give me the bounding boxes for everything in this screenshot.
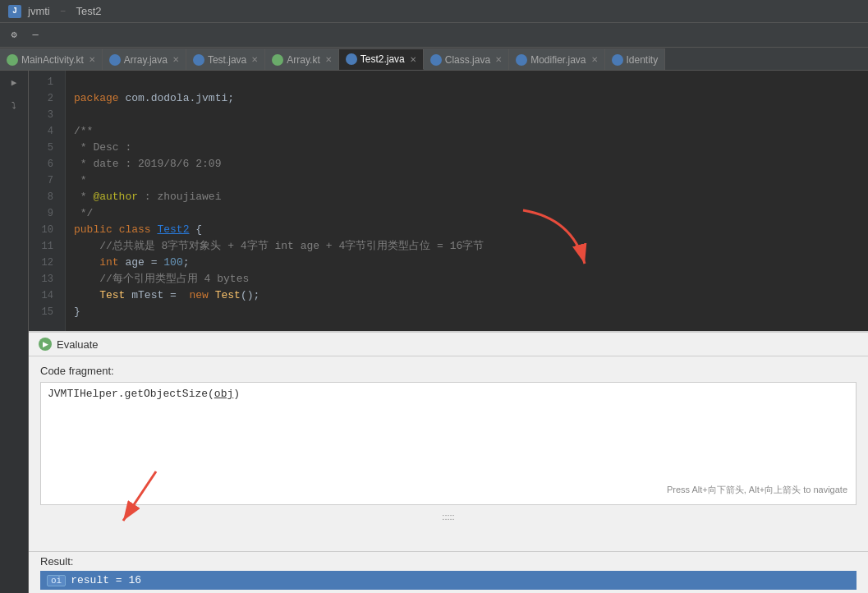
result-value: result = 16 xyxy=(71,574,141,586)
result-section: Result: oi result = 16 xyxy=(29,551,868,593)
navigate-hint: Press Alt+向下箭头, Alt+向上箭头 to navigate xyxy=(667,484,847,496)
tabs-bar: MainActivity.kt ✕ Array.java ✕ Test.java… xyxy=(0,48,868,71)
result-label: Result: xyxy=(40,555,857,568)
gutter-step-button[interactable]: ⤵ xyxy=(6,97,22,113)
tab-close-array-kt[interactable]: ✕ xyxy=(325,55,332,64)
java-icon xyxy=(193,54,204,66)
settings-button[interactable]: ⚙ xyxy=(5,26,23,44)
tab-label: Test.java xyxy=(208,54,246,66)
code-fragment-input[interactable]: JVMTIHelper.getObjectSize(obj) Press Alt… xyxy=(40,382,857,505)
code-fragment-text: JVMTIHelper.getObjectSize(obj) xyxy=(48,388,849,400)
evaluate-panel: ▶ Evaluate Code fragment: JVMTIHelper.ge… xyxy=(29,331,868,593)
java-icon xyxy=(346,53,357,65)
tab-class-java[interactable]: Class.java ✕ xyxy=(424,48,509,70)
tab-label: Array.java xyxy=(124,54,168,66)
toolbar: ⚙ — xyxy=(0,23,868,48)
tab-close-modifier-java[interactable]: ✕ xyxy=(591,55,598,64)
code-fragment-label: Code fragment: xyxy=(40,365,857,377)
evaluate-title: Evaluate xyxy=(57,338,99,351)
line-numbers: 1 2 3 4 5 6 7 8 9 10 11 12 13 14 15 xyxy=(29,71,66,331)
result-row: oi result = 16 xyxy=(40,571,857,590)
evaluate-header: ▶ Evaluate xyxy=(29,333,868,356)
java-icon xyxy=(109,54,121,66)
dots-separator: ::::: xyxy=(442,512,454,522)
editor-container: 1 2 3 4 5 6 7 8 9 10 11 12 13 14 15 pack… xyxy=(29,71,868,593)
evaluate-icon: ▶ xyxy=(39,338,52,351)
left-gutter: ▶ ⤵ xyxy=(0,71,29,593)
kotlin-icon xyxy=(272,54,283,66)
main-area: ▶ ⤵ 1 2 3 4 5 6 7 8 9 10 11 12 13 14 15 xyxy=(0,71,868,593)
tab-label: MainActivity.kt xyxy=(21,54,84,66)
code-content[interactable]: package com.dodola.jvmti; /** * Desc : *… xyxy=(66,71,868,331)
tab-array-java[interactable]: Array.java ✕ xyxy=(103,48,186,70)
java-icon xyxy=(612,54,623,66)
tab-test-java[interactable]: Test.java ✕ xyxy=(186,48,265,70)
tab-array-kt[interactable]: Array.kt ✕ xyxy=(265,48,338,70)
tab-mainactivity[interactable]: MainActivity.kt ✕ xyxy=(0,48,103,70)
tab-close-test-java[interactable]: ✕ xyxy=(251,55,258,64)
evaluate-body: Code fragment: JVMTIHelper.getObjectSize… xyxy=(29,356,868,551)
app-icon: J xyxy=(8,5,21,18)
tab-close-class-java[interactable]: ✕ xyxy=(495,55,502,64)
java-icon xyxy=(516,54,527,66)
tab-label: Modifier.java xyxy=(530,54,586,66)
app-name: jvmti xyxy=(28,5,50,17)
tab-close-mainactivity[interactable]: ✕ xyxy=(89,55,95,64)
tab-close-test2-java[interactable]: ✕ xyxy=(410,55,416,64)
title-separator: – xyxy=(60,5,67,17)
tab-test2-java[interactable]: Test2.java ✕ xyxy=(339,48,424,70)
tab-modifier-java[interactable]: Modifier.java ✕ xyxy=(509,48,604,70)
tab-close-array-java[interactable]: ✕ xyxy=(172,55,179,64)
tab-label: Class.java xyxy=(445,54,490,66)
title-bar: J jvmti – Test2 xyxy=(0,0,868,23)
tab-identity[interactable]: Identity xyxy=(605,48,666,70)
file-name: Test2 xyxy=(76,5,102,17)
code-editor[interactable]: 1 2 3 4 5 6 7 8 9 10 11 12 13 14 15 pack… xyxy=(29,71,868,331)
tab-label: Identity xyxy=(627,54,659,66)
minimize-button[interactable]: — xyxy=(26,26,44,44)
kotlin-icon xyxy=(7,54,18,66)
java-icon xyxy=(430,54,442,66)
gutter-debug-button[interactable]: ▶ xyxy=(6,74,22,90)
tab-label: Test2.java xyxy=(361,53,405,65)
result-type-badge: oi xyxy=(47,575,66,586)
tab-label: Array.kt xyxy=(287,54,319,66)
